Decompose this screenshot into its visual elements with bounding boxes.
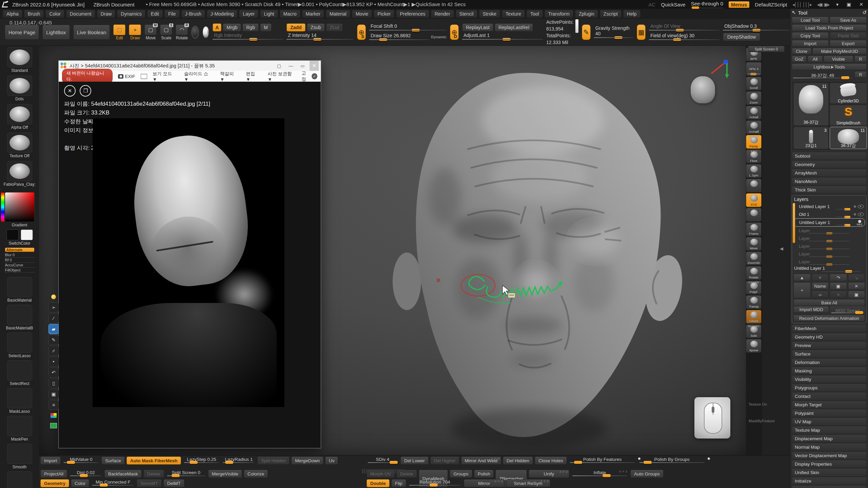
palette-section[interactable]: Deformation xyxy=(792,358,867,366)
bottom-button[interactable]: LazyRadius 1 xyxy=(222,456,256,465)
tray-mini-slider[interactable]: Blur 0 xyxy=(4,252,35,258)
palette-section[interactable]: Subtool xyxy=(792,152,867,160)
exif-button[interactable]: EXIF xyxy=(118,74,135,79)
tray-item[interactable]: Standard xyxy=(3,47,35,73)
strip-button[interactable]: Move xyxy=(746,237,762,251)
import-mdd-button[interactable]: Import MDD xyxy=(793,306,829,313)
menu-item[interactable]: Macro xyxy=(280,10,300,18)
bottom-button[interactable]: Split Hidden xyxy=(257,456,290,465)
current-tool-thumbnail[interactable]: 11 36-37강 xyxy=(793,83,829,126)
bottom-button[interactable]: MergeVisible xyxy=(208,470,242,478)
palette-section[interactable]: FiberMesh xyxy=(792,324,867,332)
menus-button[interactable]: Menus xyxy=(729,1,750,8)
bottom-button[interactable]: StoreMT xyxy=(137,479,162,487)
default-zscript-button[interactable]: DefaultZScript xyxy=(755,2,787,7)
palette-section[interactable]: Preview xyxy=(792,341,867,349)
mouse-tool-icon[interactable]: ▯ xyxy=(48,378,59,388)
strip-button[interactable]: AAHalf xyxy=(746,120,762,134)
tray-item[interactable]: BasicMaterial xyxy=(6,277,33,303)
layer-row[interactable]: Layer REC xyxy=(793,235,865,242)
palette-section[interactable]: Surface xyxy=(792,350,867,358)
menu-item[interactable]: Marker xyxy=(302,10,324,18)
points-scrollbar[interactable] xyxy=(575,19,578,33)
draw-size-icon[interactable]: ⊕D xyxy=(450,24,459,40)
bottom-button[interactable]: Smart ReSymX Y Z xyxy=(506,479,550,487)
selected-tool-thumbnail[interactable]: 11 36-37강 xyxy=(830,127,867,149)
tray-mini-slider[interactable]: AccuCurve xyxy=(4,263,35,268)
bottom-button[interactable]: Auto Groups xyxy=(630,470,664,478)
viewer-content[interactable]: ✕ ❐ 파일 이름: 54efd410400131a6e24ab6f068af0… xyxy=(59,82,321,448)
palette-section[interactable]: NanoMesh xyxy=(792,177,867,185)
cylinder3d-tool[interactable]: Cylinder3D xyxy=(830,83,867,104)
gravity-pencil-icon[interactable]: ✎ xyxy=(582,24,591,40)
record-deformation-button[interactable]: Record Deformation Animation xyxy=(793,315,865,322)
strip-button[interactable]: Dynamic Persp xyxy=(746,135,762,149)
layer-dot[interactable] xyxy=(854,213,856,216)
home-page-button[interactable]: Home Page xyxy=(5,25,39,40)
load-tools-from-project-button[interactable]: Load Tools From Project xyxy=(792,24,867,31)
draw-mode-button[interactable]: + Draw xyxy=(129,24,141,40)
bottom-button[interactable]: ProjectAll xyxy=(40,470,67,478)
strip-button[interactable]: SPix 3 xyxy=(746,62,762,76)
viewer-menu-item[interactable]: 책갈피 ▼ xyxy=(220,71,239,82)
strip-button[interactable]: Scroll xyxy=(746,77,762,90)
viewer-menu-item[interactable]: 보기 모드 ▼ xyxy=(153,71,177,82)
color-picker-gradient[interactable] xyxy=(5,192,35,222)
live-boolean-button[interactable]: Live Boolean xyxy=(73,25,110,40)
palette-section[interactable]: Morph Target xyxy=(792,401,867,409)
pencil-tool-icon[interactable]: ✎ xyxy=(48,335,59,345)
bottom-button[interactable]: Polish By Groups xyxy=(638,456,706,465)
bottom-button[interactable]: Resolution 704 xyxy=(408,479,462,487)
menu-item[interactable]: Zscript xyxy=(600,10,622,18)
gradient-texture-icon[interactable] xyxy=(191,26,199,39)
bottom-button[interactable]: MergeDown xyxy=(291,456,323,465)
layer-delete-button[interactable]: ✕ xyxy=(848,282,865,290)
palette-section[interactable]: Geometry xyxy=(792,160,867,168)
clipboard-tool-icon[interactable]: ≡ xyxy=(48,400,59,410)
switch-color[interactable]: SwitchColor xyxy=(6,229,33,246)
layer-visibility-eye-icon[interactable] xyxy=(858,212,864,216)
capture-tool-icon[interactable]: ▣ xyxy=(48,389,59,399)
strip-button[interactable]: Dynamic Solo xyxy=(746,324,762,338)
bottom-button[interactable]: BackfaceMask xyxy=(104,470,142,478)
palette-section[interactable]: Contact xyxy=(792,392,867,400)
obj-shadow-slider[interactable]: ObjShadow 0.3 xyxy=(723,23,790,32)
bottom-button[interactable]: SDiv 4 xyxy=(367,456,399,465)
layer-row[interactable]: Layer REC xyxy=(793,227,865,235)
minimize-button[interactable]: — xyxy=(286,61,295,71)
layer-up-button[interactable]: ▲ xyxy=(793,274,811,281)
alternate-button[interactable]: Alternate xyxy=(5,248,34,252)
layer-row[interactable]: Layer REC xyxy=(793,258,865,266)
palette-section[interactable]: Display Properties xyxy=(792,460,867,468)
ac-toggle[interactable]: AC xyxy=(648,2,655,7)
layer-forward-button[interactable]: ↘ xyxy=(848,274,865,281)
bottom-button[interactable]: Morph UV xyxy=(367,470,395,478)
menu-item[interactable]: Stencil xyxy=(456,10,477,18)
mrgb-button[interactable]: Mrgb xyxy=(223,23,241,32)
color-picker[interactable]: Gradient xyxy=(5,192,35,227)
bottom-button[interactable]: MidValue 0 xyxy=(62,456,100,465)
palette-section[interactable]: Polypaint xyxy=(792,409,867,417)
strip-button[interactable]: Zoom xyxy=(746,91,762,105)
layer-row[interactable]: Untitled Layer 1 REC xyxy=(793,218,865,227)
window-layout-icon[interactable]: ◂▣ ▣▸ xyxy=(817,2,829,7)
bottom-button[interactable]: Del Hidden xyxy=(503,456,533,465)
make-polymesh3d-button[interactable]: Make PolyMesh3D xyxy=(812,48,867,55)
current-material-icon[interactable] xyxy=(202,26,209,38)
window-restore-button[interactable]: ▣ xyxy=(845,2,852,7)
fullscreen-button[interactable]: ▢ xyxy=(275,61,283,71)
palette-section[interactable]: Thick Skin xyxy=(792,186,867,194)
menu-item[interactable]: Tool xyxy=(527,10,543,18)
goz-button[interactable]: GoZ xyxy=(792,56,807,62)
gravity-strength-slider[interactable]: Gravity Strength 40 xyxy=(594,25,633,39)
layer-visibility-eye-icon[interactable] xyxy=(858,205,864,208)
strip-button[interactable] xyxy=(746,208,762,222)
menu-item[interactable]: Transform xyxy=(545,10,573,18)
quicksave-button[interactable]: QuickSave xyxy=(661,2,686,7)
close-button[interactable]: ✕ xyxy=(310,61,319,71)
palette-section[interactable]: Normal Map xyxy=(792,443,867,451)
menu-item[interactable]: Zplugin xyxy=(575,10,598,18)
bottom-button[interactable]: Uv xyxy=(325,456,338,465)
menu-item[interactable]: Document xyxy=(66,10,95,18)
sculpt-head-model[interactable] xyxy=(366,64,698,454)
